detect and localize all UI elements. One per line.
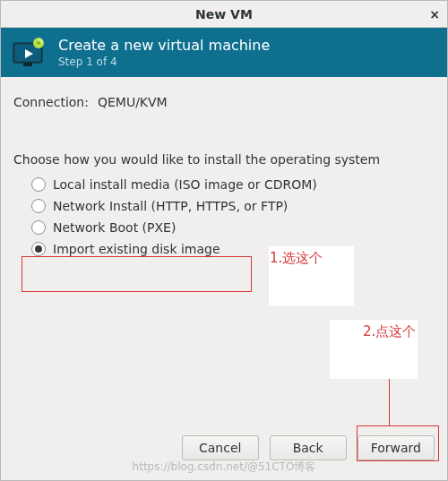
watermark-text: https://blog.csdn.net/@51CTO博客 — [133, 460, 316, 475]
option-label: Network Boot (PXE) — [53, 220, 176, 235]
radio-icon — [31, 220, 46, 235]
cancel-button[interactable]: Cancel — [182, 435, 259, 460]
wizard-header: Create a new virtual machine Step 1 of 4 — [1, 28, 447, 77]
option-label: Import existing disk image — [53, 242, 220, 256]
window-title: New VM — [195, 7, 253, 21]
radio-icon — [31, 177, 46, 192]
wizard-step: Step 1 of 4 — [58, 56, 270, 68]
option-label: Local install media (ISO image or CDROM) — [53, 177, 317, 192]
option-import-disk[interactable]: Import existing disk image — [30, 238, 435, 260]
install-options: Local install media (ISO image or CDROM)… — [30, 174, 435, 260]
connection-label: Connection: — [13, 95, 89, 109]
svg-rect-2 — [23, 63, 32, 66]
annotation-white-box-2 — [330, 320, 418, 379]
connection-value: QEMU/KVM — [98, 95, 168, 109]
radio-icon — [31, 199, 46, 213]
vm-monitor-icon — [12, 38, 47, 68]
svg-point-5 — [37, 41, 39, 44]
wizard-button-bar: Cancel Back Forward — [182, 435, 435, 460]
wizard-body: Connection: QEMU/KVM Choose how you woul… — [1, 77, 447, 260]
option-network-boot[interactable]: Network Boot (PXE) — [30, 217, 435, 238]
annotation-connector-line — [389, 379, 390, 425]
annotation-hint-2: 2.点这个 — [363, 323, 416, 340]
option-network-install[interactable]: Network Install (HTTP, HTTPS, or FTP) — [30, 195, 435, 217]
titlebar: New VM × — [1, 1, 447, 28]
close-icon[interactable]: × — [429, 7, 440, 21]
option-local-install[interactable]: Local install media (ISO image or CDROM) — [30, 174, 435, 195]
install-prompt: Choose how you would like to install the… — [13, 152, 435, 167]
wizard-header-text: Create a new virtual machine Step 1 of 4 — [58, 37, 270, 68]
wizard-title: Create a new virtual machine — [58, 37, 270, 54]
annotation-box-option — [22, 256, 252, 292]
forward-button[interactable]: Forward — [358, 435, 435, 460]
option-label: Network Install (HTTP, HTTPS, or FTP) — [53, 199, 288, 213]
connection-row: Connection: QEMU/KVM — [13, 95, 435, 109]
back-button[interactable]: Back — [270, 435, 347, 460]
radio-icon — [31, 242, 46, 256]
